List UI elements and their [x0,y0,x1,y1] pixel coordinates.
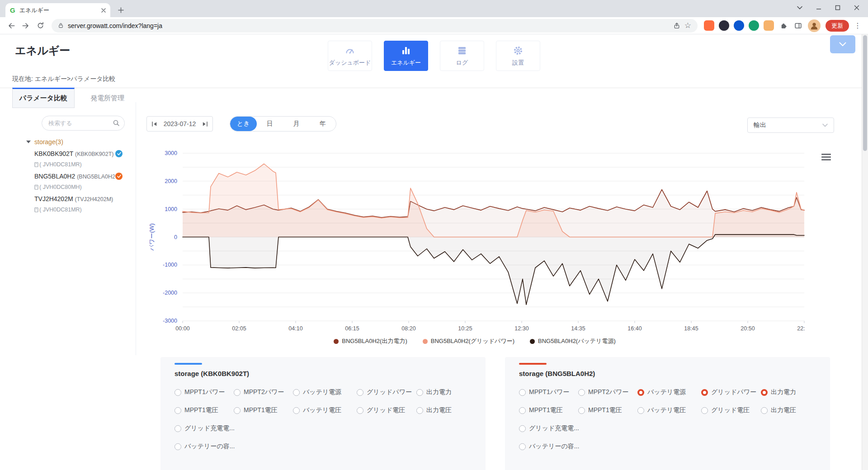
scrollbar-thumb[interactable] [863,35,867,151]
radio-circle[interactable] [701,407,708,414]
window-maximize-button[interactable] [828,0,847,15]
extension-icon-2[interactable] [719,20,729,31]
address-bar[interactable]: server.growatt.com/index?lang=ja ☆ [52,19,698,33]
date-prev-icon[interactable] [151,121,158,127]
collapse-header-button[interactable] [830,35,855,53]
chart-toolbox-icon[interactable] [821,154,831,160]
tab-search-icon[interactable] [790,0,809,15]
back-button[interactable] [5,19,18,33]
new-tab-button[interactable] [115,4,127,16]
radio-circle[interactable] [357,389,363,396]
extension-icon-1[interactable] [704,20,714,31]
radio-circle[interactable] [761,407,768,414]
window-close-button[interactable] [847,0,866,15]
svg-text:02:05: 02:05 [232,325,246,332]
nav-log[interactable]: ログ [440,41,484,71]
radio-circle[interactable] [416,407,423,414]
radio-circle[interactable] [175,425,181,432]
browser-tab[interactable]: G エネルギー [5,3,110,17]
share-icon[interactable] [673,22,680,29]
extensions-puzzle-icon[interactable] [777,19,790,33]
radio-option[interactable]: バッテリ電圧 [293,406,357,414]
period-month[interactable]: 月 [283,117,310,131]
radio-circle[interactable] [519,443,526,450]
nav-energy[interactable]: エネルギー [384,41,428,71]
legend-item[interactable]: BNG5BLA0H2(バッテリ電源) [530,337,616,345]
bookmark-star-icon[interactable]: ☆ [684,22,691,29]
search-icon[interactable] [113,119,120,127]
legend-item[interactable]: BNG5BLA0H2(出力電力) [334,337,407,345]
radio-option[interactable]: グリッド電圧 [357,406,416,414]
radio-option[interactable]: MPPT2パワー [578,388,637,396]
tab-close-icon[interactable] [101,8,106,13]
radio-option[interactable]: 出力電力 [416,388,479,396]
radio-circle[interactable] [701,389,708,396]
radio-option[interactable]: グリッド電圧 [701,406,761,414]
radio-circle[interactable] [578,407,585,414]
tab-parameter-comparison[interactable]: パラメータ比較 [12,88,75,108]
radio-circle[interactable] [416,389,423,396]
radio-option[interactable]: バッテリーの容... [175,442,234,451]
device-tree-group[interactable]: storage(3) [26,138,63,146]
radio-option[interactable]: バッテリ電圧 [637,406,701,414]
extension-icon-4[interactable] [749,20,759,31]
radio-circle[interactable] [293,407,300,414]
radio-option[interactable]: 出力電圧 [416,406,479,414]
date-next-icon[interactable] [202,121,208,127]
radio-circle[interactable] [637,389,644,396]
device-row[interactable]: KBK0BK902T (KBK0BK902T) [34,150,136,159]
radio-circle[interactable] [234,407,241,414]
radio-circle[interactable] [519,389,526,396]
energy-chart-svg[interactable]: -3000-2000-1000010002000300000:0002:0504… [145,149,805,335]
radio-circle[interactable] [175,443,181,450]
device-row[interactable]: TVJ2H4202M (TVJ2H4202M) [34,195,136,204]
radio-option[interactable]: MPPT1パワー [175,388,234,396]
radio-circle[interactable] [761,389,768,396]
page-scrollbar[interactable] [862,34,868,470]
tab-plant-management[interactable]: 発電所管理 [90,88,124,108]
radio-option[interactable]: MPPT2パワー [234,388,293,396]
nav-dashboard[interactable]: ダッシュボード [328,41,372,71]
profile-avatar[interactable] [808,19,821,32]
radio-circle[interactable] [234,389,241,396]
browser-menu-icon[interactable]: ⋮ [852,21,863,30]
radio-option[interactable]: MPPT1電圧 [578,406,637,414]
radio-circle[interactable] [519,425,526,432]
period-hour[interactable]: とき [230,117,257,131]
tree-caret-icon[interactable] [26,141,31,143]
radio-option[interactable]: バッテリ電源 [293,388,357,396]
date-value[interactable]: 2023-07-12 [164,120,196,127]
window-minimize-button[interactable] [809,0,828,15]
radio-option[interactable]: グリッド充電電... [175,424,234,432]
extension-icon-5[interactable] [764,20,774,31]
radio-option[interactable]: MPPT1パワー [519,388,578,396]
radio-circle[interactable] [578,389,585,396]
chrome-update-button[interactable]: 更新 [826,20,849,32]
forward-button[interactable] [19,19,33,33]
extension-icon-3[interactable] [734,20,744,31]
legend-item[interactable]: BNG5BLA0H2(グリッドパワー) [423,337,514,345]
radio-option[interactable]: MPPT1電圧 [175,406,234,414]
nav-settings[interactable]: 設置 [496,41,540,71]
radio-circle[interactable] [519,407,526,414]
radio-option[interactable]: 出力電圧 [761,406,824,414]
radio-option[interactable]: 出力電力 [761,388,824,396]
reload-button[interactable] [33,19,47,33]
radio-option[interactable]: バッテリーの容... [519,442,578,451]
side-panel-icon[interactable] [791,19,805,33]
radio-option[interactable]: バッテリ電源 [637,388,701,396]
radio-option[interactable]: グリッド充電電... [519,424,578,432]
radio-circle[interactable] [637,407,644,414]
radio-option[interactable]: MPPT1電圧 [234,406,293,414]
radio-circle[interactable] [175,389,181,396]
device-row[interactable]: BNG5BLA0H2 (BNG5BLA0H2) [34,173,136,182]
radio-option[interactable]: グリッドパワー [701,388,761,396]
radio-option[interactable]: グリッドパワー [357,388,416,396]
export-dropdown[interactable]: 輸出 [747,118,834,133]
radio-circle[interactable] [175,407,181,414]
period-year[interactable]: 年 [310,117,336,131]
radio-option[interactable]: MPPT1電圧 [519,406,578,414]
radio-circle[interactable] [357,407,363,414]
period-day[interactable]: 日 [257,117,283,131]
radio-circle[interactable] [293,389,300,396]
